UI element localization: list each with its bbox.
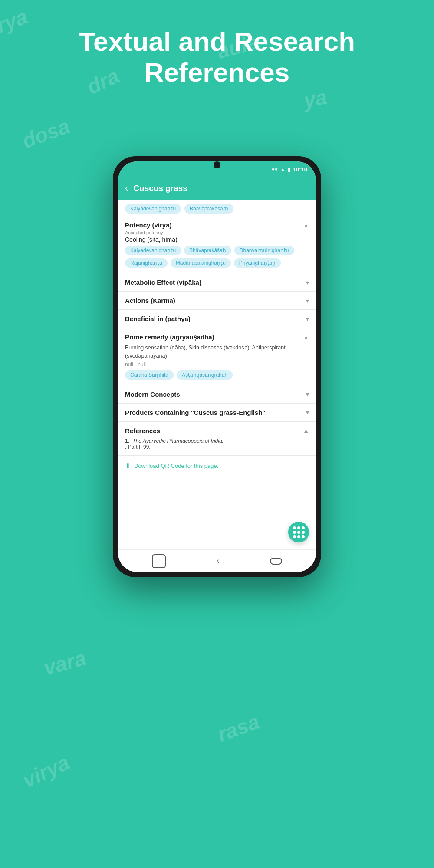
tag-bhavap-top[interactable]: Bhāvaprakāśaṃ xyxy=(184,204,233,214)
prime-remedy-title: Prime remedy (agryauṣadha) xyxy=(125,333,214,341)
references-header[interactable]: References ▲ xyxy=(125,427,309,434)
references-list: 1. The Ayurvedic Pharmacopoeia of India.… xyxy=(125,438,309,450)
remedy-text: Burning sensation (dāha), Skin diseases … xyxy=(125,344,309,360)
references-section: References ▲ 1. The Ayurvedic Pharmacopo… xyxy=(118,422,316,456)
references-chevron: ▲ xyxy=(303,427,309,434)
phone-camera xyxy=(214,161,220,168)
ref-text: The Ayurvedic Pharmacopoeia of India. xyxy=(132,438,224,444)
prime-remedy-tags: Caraka Saṃhitā Aṣṭāṅgasaṅgrahah xyxy=(125,370,309,380)
modern-concepts-header[interactable]: Modern Concepts ▾ xyxy=(125,391,309,398)
nav-recents-button[interactable] xyxy=(270,558,282,565)
prime-remedy-header[interactable]: Prime remedy (agryauṣadha) ▲ xyxy=(125,333,309,341)
tag-dhanv[interactable]: Dhanvantarinighaṇṭu xyxy=(234,246,294,255)
potency-chevron: ▲ xyxy=(303,222,309,229)
nav-bar: ‹ xyxy=(118,549,316,572)
tag-kaiyade-1[interactable]: Kaiyadevanighaṇṭu xyxy=(125,246,181,255)
tag-bhavap-1[interactable]: Bhāvaprakāśaḥ xyxy=(184,246,231,255)
tag-kaiyade-top[interactable]: Kaiyadevanighaṇṭu xyxy=(125,204,181,214)
wifi-icon: ▾▾ xyxy=(272,166,278,173)
fab-dot-9 xyxy=(302,535,305,538)
reference-item-1: 1. The Ayurvedic Pharmacopoeia of India.… xyxy=(125,438,309,450)
potency-sub-label: Accepted potency xyxy=(125,230,309,235)
modern-concepts-chevron: ▾ xyxy=(306,391,309,398)
references-title: References xyxy=(125,427,160,434)
page-title: Cuscus grass xyxy=(133,184,187,193)
nav-back-button[interactable]: ‹ xyxy=(217,556,219,566)
beneficial-title: Beneficial in (pathya) xyxy=(125,315,191,322)
status-icons: ▾▾ ▲ ▮ 10:10 xyxy=(272,166,307,173)
tag-raja[interactable]: Rājanighaṇṭu xyxy=(125,258,168,268)
actions-title: Actions (Karma) xyxy=(125,297,175,304)
potency-tags: Kaiyadevanighaṇṭu Bhāvaprakāśaḥ Dhanvant… xyxy=(125,246,309,268)
top-bar: ‹ Cuscus grass xyxy=(118,177,316,200)
metabolic-chevron: ▾ xyxy=(306,279,309,286)
ref-number: 1. xyxy=(125,438,129,444)
actions-section: Actions (Karma) ▾ xyxy=(118,292,316,310)
potency-header[interactable]: Potency (virya) ▲ xyxy=(125,221,309,229)
signal-icon: ▲ xyxy=(280,166,286,173)
fab-dots-grid xyxy=(292,526,306,539)
metabolic-section: Metabolic Effect (vipāka) ▾ xyxy=(118,273,316,292)
modern-concepts-section: Modern Concepts ▾ xyxy=(118,385,316,404)
beneficial-chevron: ▾ xyxy=(306,316,309,322)
fab-dot-5 xyxy=(297,531,300,534)
products-header[interactable]: Products Containing "Cuscus grass-Englis… xyxy=(125,409,309,416)
hero-section: Textual and Research References xyxy=(0,26,434,88)
null-text: null - null xyxy=(125,362,309,368)
status-time: 10:10 xyxy=(293,166,307,173)
fab-dot-2 xyxy=(297,526,300,529)
download-row[interactable]: ⬇ Download QR Code for this page. xyxy=(118,456,316,473)
prime-remedy-chevron: ▲ xyxy=(303,334,309,341)
potency-title: Potency (virya) xyxy=(125,221,172,229)
metabolic-header[interactable]: Metabolic Effect (vipāka) ▾ xyxy=(125,279,309,286)
modern-concepts-title: Modern Concepts xyxy=(125,391,180,398)
fab-dot-7 xyxy=(293,535,296,538)
download-label: Download QR Code for this page. xyxy=(134,463,218,469)
actions-header[interactable]: Actions (Karma) ▾ xyxy=(125,297,309,304)
products-title: Products Containing "Cuscus grass-Englis… xyxy=(125,409,265,416)
phone-outer: ▾▾ ▲ ▮ 10:10 ‹ Cuscus grass Kaiyadevanig… xyxy=(113,156,321,577)
battery-icon: ▮ xyxy=(288,166,291,173)
fab-dot-6 xyxy=(302,531,305,534)
fab-dot-1 xyxy=(293,526,296,529)
potency-value: Cooling (śita, hima) xyxy=(125,236,309,243)
metabolic-title: Metabolic Effect (vipāka) xyxy=(125,279,201,286)
tag-madana[interactable]: Madanapālanighaṇṭu xyxy=(171,258,231,268)
phone-mockup: ▾▾ ▲ ▮ 10:10 ‹ Cuscus grass Kaiyadevanig… xyxy=(113,156,321,577)
actions-chevron: ▾ xyxy=(306,297,309,304)
tag-caraka[interactable]: Caraka Saṃhitā xyxy=(125,370,174,380)
ref-subtext: . Part I. 99. xyxy=(125,444,151,450)
beneficial-header[interactable]: Beneficial in (pathya) ▾ xyxy=(125,315,309,322)
potency-section: Potency (virya) ▲ Accepted potency Cooli… xyxy=(118,216,316,273)
prime-remedy-section: Prime remedy (agryauṣadha) ▲ Burning sen… xyxy=(118,328,316,385)
beneficial-section: Beneficial in (pathya) ▾ xyxy=(118,310,316,328)
tag-priya[interactable]: Priyanighaṇṭuḥ xyxy=(234,258,281,268)
phone-screen: ▾▾ ▲ ▮ 10:10 ‹ Cuscus grass Kaiyadevanig… xyxy=(118,161,316,572)
products-section: Products Containing "Cuscus grass-Englis… xyxy=(118,404,316,422)
top-tags-strip: Kaiyadevanighaṇṭu Bhāvaprakāśaṃ xyxy=(118,200,316,216)
fab-dot-4 xyxy=(293,531,296,534)
download-icon: ⬇ xyxy=(125,462,131,470)
back-button[interactable]: ‹ xyxy=(125,184,128,193)
hero-title: Textual and Research References xyxy=(0,26,434,88)
content-area[interactable]: Kaiyadevanighaṇṭu Bhāvaprakāśaṃ Potency … xyxy=(118,200,316,549)
fab-dot-3 xyxy=(302,526,305,529)
products-chevron: ▾ xyxy=(306,409,309,416)
fab-button[interactable] xyxy=(288,522,309,542)
tag-astanga[interactable]: Aṣṭāṅgasaṅgrahah xyxy=(177,370,233,380)
fab-dot-8 xyxy=(297,535,300,538)
nav-home-button[interactable] xyxy=(152,554,166,568)
